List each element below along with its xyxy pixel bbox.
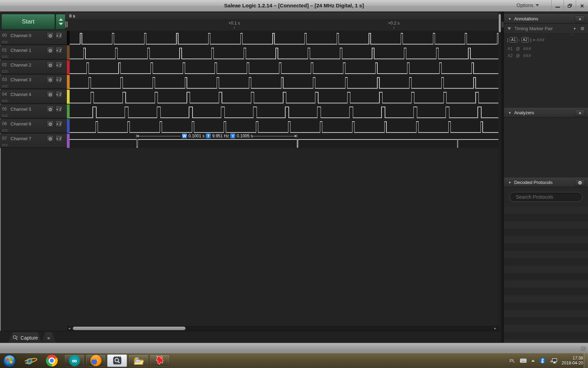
- dropdown-caret-icon[interactable]: ▼: [573, 27, 576, 30]
- waveform-lane[interactable]: [67, 31, 498, 45]
- add-trigger-button[interactable]: +: [55, 62, 63, 69]
- capture-tab[interactable]: Capture: [8, 332, 42, 343]
- channel-number: 06: [2, 121, 7, 126]
- analyzers-header[interactable]: ▼ Analyzers +: [504, 108, 588, 117]
- gear-icon: ⚙: [48, 136, 52, 142]
- waveform-lane[interactable]: [67, 75, 498, 89]
- add-trigger-button[interactable]: +: [55, 106, 63, 113]
- protocols-settings-button[interactable]: ⚙: [575, 179, 585, 186]
- chevrons-icon: »: [47, 335, 50, 341]
- minimize-button[interactable]: [551, 0, 564, 12]
- chrome-icon[interactable]: [46, 355, 58, 367]
- channel-settings-button[interactable]: ⚙: [47, 76, 54, 83]
- scroll-right-button[interactable]: ►: [493, 327, 497, 330]
- waveform-lane[interactable]: [67, 90, 498, 104]
- marker-settings-icon[interactable]: ⚙: [580, 26, 584, 31]
- add-trigger-button[interactable]: +: [55, 47, 63, 54]
- add-trigger-button[interactable]: +: [55, 121, 63, 128]
- annotations-header[interactable]: ▼ Annotations +: [504, 14, 588, 23]
- horizontal-scrollbar[interactable]: ◄ ►: [67, 326, 498, 331]
- waveform-lane[interactable]: [67, 104, 498, 118]
- firefox-taskbar-button[interactable]: [86, 354, 106, 367]
- timing-marker-pair-row[interactable]: Timing Marker Pair ▼ ⚙: [504, 24, 588, 34]
- add-trigger-button[interactable]: +: [55, 76, 63, 83]
- channel-color-strip: [67, 75, 70, 89]
- vertical-scrollbar-thumb[interactable]: [499, 14, 501, 32]
- horizontal-scrollbar-thumb[interactable]: [73, 327, 186, 330]
- network-icon[interactable]: [550, 358, 557, 364]
- ie-icon[interactable]: e: [24, 354, 37, 367]
- restore-button[interactable]: [564, 0, 576, 12]
- add-trigger-button[interactable]: +: [55, 91, 63, 98]
- channel-label: Channel 3: [10, 77, 31, 82]
- channel-row[interactable]: 02Channel 2⚙+: [0, 60, 66, 74]
- drag-dots[interactable]: [2, 41, 8, 43]
- ruler-pan-grip[interactable]: [65, 21, 68, 27]
- collapse-channels-control[interactable]: [56, 14, 66, 29]
- resize-grip[interactable]: [580, 346, 586, 351]
- channel-label: Channel 4: [10, 92, 31, 97]
- drag-dots[interactable]: [2, 100, 8, 102]
- protocol-search[interactable]: [510, 192, 582, 202]
- protocol-search-input[interactable]: [516, 194, 579, 200]
- start-orb[interactable]: [2, 354, 16, 368]
- show-desktop-button[interactable]: [584, 353, 588, 368]
- start-button[interactable]: Start: [1, 14, 55, 29]
- close-button[interactable]: ×: [576, 0, 588, 12]
- add-trigger-button[interactable]: +: [55, 32, 63, 39]
- add-annotation-button[interactable]: +: [575, 16, 585, 22]
- channel-settings-button[interactable]: ⚙: [47, 91, 54, 98]
- channel-row[interactable]: 04Channel 4⚙+: [0, 90, 66, 104]
- waveform-lane[interactable]: [67, 46, 498, 60]
- vertical-scrollbar[interactable]: [498, 13, 501, 331]
- channel-row[interactable]: 03Channel 3⚙+: [0, 75, 66, 89]
- taskbar-clock[interactable]: 17:38 2018-04-20: [562, 356, 583, 366]
- a1-chip[interactable]: A1: [510, 37, 517, 42]
- tab-overflow-button[interactable]: »: [41, 332, 56, 343]
- drag-dots[interactable]: [2, 114, 8, 117]
- waveform-area[interactable]: [67, 31, 498, 149]
- channel-settings-button[interactable]: ⚙: [47, 47, 54, 54]
- drag-dots[interactable]: [2, 129, 8, 131]
- scroll-left-button[interactable]: ◄: [68, 327, 71, 330]
- waveform-lane[interactable]: [67, 60, 498, 74]
- drag-dots[interactable]: [2, 85, 8, 87]
- channel-row[interactable]: 07Channel 7⚙+: [0, 134, 66, 148]
- show-hidden-icons[interactable]: [531, 360, 535, 362]
- channel-number: 02: [2, 62, 7, 67]
- channel-settings-button[interactable]: ⚙: [47, 106, 54, 113]
- channel-number: 00: [2, 33, 7, 38]
- explorer-taskbar-button[interactable]: [128, 354, 148, 367]
- plus-icon: +: [56, 137, 58, 141]
- a1-value: ###: [523, 46, 531, 51]
- drag-dots[interactable]: [2, 70, 8, 73]
- drag-dots[interactable]: [2, 144, 8, 146]
- waveform-lane[interactable]: [67, 119, 498, 133]
- add-analyzer-button[interactable]: +: [575, 110, 585, 116]
- timeline-tick-area[interactable]: [65, 20, 498, 30]
- cheat-engine-taskbar-button[interactable]: [150, 354, 170, 367]
- arduino-taskbar-button[interactable]: ∞: [64, 354, 84, 367]
- options-label: Options: [517, 2, 533, 8]
- channel-row[interactable]: 06Channel 6⚙+: [0, 119, 66, 133]
- saleae-taskbar-button[interactable]: [107, 354, 127, 367]
- channel-settings-button[interactable]: ⚙: [47, 135, 54, 142]
- decoded-protocols-header[interactable]: ▼ Decoded Protocols ⚙: [504, 178, 588, 187]
- panel-divider-grip[interactable]: [502, 22, 503, 27]
- channel-settings-button[interactable]: ⚙: [47, 32, 54, 39]
- channel-row[interactable]: 00Channel 0⚙+: [0, 31, 66, 45]
- language-indicator[interactable]: PL: [510, 358, 515, 363]
- keyboard-icon[interactable]: [520, 358, 527, 363]
- a2-chip[interactable]: A2: [522, 37, 529, 42]
- drag-dots[interactable]: [2, 55, 8, 58]
- options-menu[interactable]: Options: [517, 2, 539, 8]
- channel-settings-button[interactable]: ⚙: [47, 121, 54, 128]
- panel-divider[interactable]: [501, 12, 504, 343]
- bluetooth-icon[interactable]: [539, 357, 546, 364]
- measure-right-tick: [297, 134, 297, 138]
- channel-row[interactable]: 05Channel 5⚙+: [0, 104, 66, 118]
- channel-settings-button[interactable]: ⚙: [47, 62, 54, 69]
- add-trigger-button[interactable]: +: [55, 135, 63, 142]
- close-icon: ×: [580, 2, 584, 9]
- channel-row[interactable]: 01Channel 1⚙+: [0, 46, 66, 60]
